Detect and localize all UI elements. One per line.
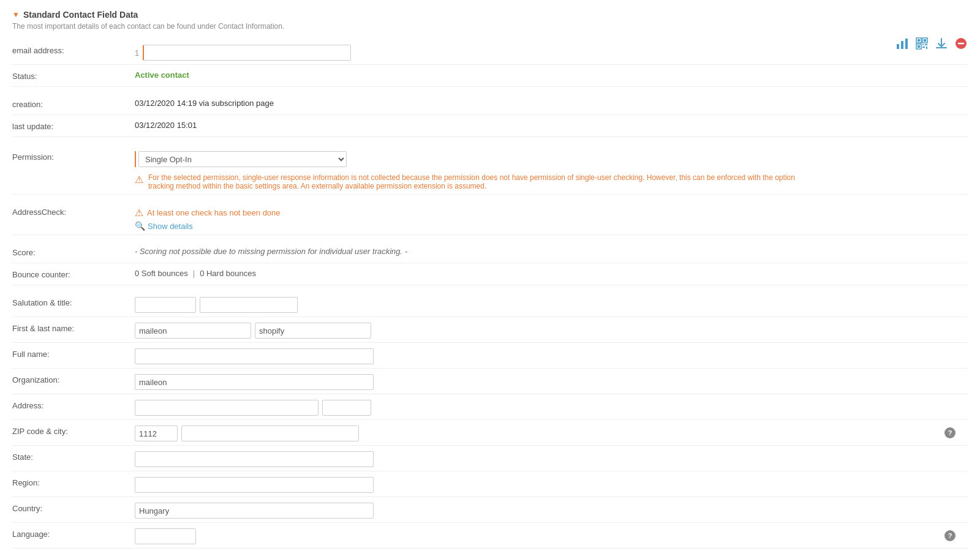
address-label: Address: (12, 398, 135, 410)
country-row: Country: (12, 497, 968, 523)
status-label: Status: (12, 69, 135, 81)
creation-value: 03/12/2020 14:19 via subscription page (135, 97, 968, 108)
search-icon: 🔍 (135, 221, 145, 231)
svg-rect-4 (918, 39, 920, 42)
full-name-label: Full name: (12, 347, 135, 359)
email-row: email address: 1 (12, 39, 968, 65)
status-text: Active contact (135, 70, 189, 80)
gender-row: Gender: unknown male female other ? (12, 549, 968, 551)
full-name-row: Full name: (12, 343, 968, 369)
svg-rect-1 (901, 41, 903, 49)
show-details-link[interactable]: 🔍 Show details (135, 221, 968, 231)
svg-rect-10 (925, 44, 927, 45)
email-label: email address: (12, 43, 135, 55)
address-check-label: AddressCheck: (12, 204, 135, 217)
svg-rect-6 (924, 39, 926, 42)
full-name-value (135, 347, 968, 364)
bounce-separator: | (193, 269, 195, 278)
score-row: Score: - Scoring not possible due to mis… (12, 241, 968, 263)
svg-rect-0 (897, 44, 899, 49)
bounce-hard: 0 Hard bounces (200, 269, 256, 278)
score-text: - Scoring not possible due to missing pe… (135, 247, 407, 256)
section-title: Standard Contact Field Data (23, 10, 138, 20)
full-name-input[interactable] (135, 348, 374, 364)
permission-warning: ⚠ For the selected permission, single-us… (135, 173, 809, 190)
salutation-row: Salutation & title: (12, 291, 968, 317)
download-icon[interactable] (935, 37, 948, 53)
salutation-value (135, 295, 968, 313)
first-last-name-row: First & last name: (12, 317, 968, 343)
organization-input[interactable] (135, 374, 374, 390)
salutation-input2[interactable] (200, 297, 298, 313)
country-label: Country: (12, 501, 135, 513)
delete-icon[interactable] (954, 37, 968, 53)
last-update-row: last update: 03/12/2020 15:01 (12, 115, 968, 137)
status-value: Active contact (135, 69, 968, 80)
bounce-label: Bounce counter: (12, 267, 135, 279)
address-check-row: AddressCheck: ⚠ At least one check has n… (12, 201, 968, 235)
zip-row: ZIP code & city: ? (12, 420, 968, 446)
score-label: Score: (12, 245, 135, 257)
bounce-soft: 0 Soft bounces (135, 269, 188, 278)
svg-rect-8 (918, 45, 920, 48)
permission-warning-text: For the selected permission, single-user… (148, 173, 809, 190)
address-warning-icon: ⚠ (135, 207, 143, 219)
last-update-value: 03/12/2020 15:01 (135, 119, 968, 130)
qr-icon[interactable] (915, 37, 929, 53)
score-value: - Scoring not possible due to missing pe… (135, 245, 968, 256)
first-last-label: First & last name: (12, 321, 135, 333)
email-input[interactable] (143, 45, 351, 61)
email-value: 1 (135, 43, 968, 61)
creation-row: creation: 03/12/2020 14:19 via subscript… (12, 93, 968, 115)
last-name-input[interactable] (255, 323, 371, 339)
status-row: Status: Active contact (12, 65, 968, 87)
address-input2[interactable] (322, 400, 371, 416)
svg-rect-2 (905, 39, 908, 49)
zip-help-icon[interactable]: ? (944, 427, 956, 438)
address-check-text: At least one check has not been done (147, 208, 281, 217)
permission-row: Permission: Single Opt-In Double Opt-In … (12, 143, 968, 195)
region-label: Region: (12, 475, 135, 487)
organization-label: Organization: (12, 372, 135, 384)
organization-row: Organization: (12, 369, 968, 394)
address-check-value: ⚠ At least one check has not been done 🔍… (135, 204, 968, 231)
region-input[interactable] (135, 477, 374, 493)
region-value (135, 475, 968, 493)
permission-label: Permission: (12, 149, 135, 162)
bounce-row: Bounce counter: 0 Soft bounces | 0 Hard … (12, 263, 968, 285)
creation-label: creation: (12, 97, 135, 109)
language-input[interactable] (135, 528, 196, 544)
address-row: Address: (12, 394, 968, 420)
state-value (135, 449, 968, 467)
bounce-value: 0 Soft bounces | 0 Hard bounces (135, 267, 968, 278)
language-value (135, 527, 968, 544)
svg-rect-11 (922, 47, 925, 48)
country-input[interactable] (135, 503, 374, 519)
zip-value (135, 424, 968, 441)
salutation-input1[interactable] (135, 297, 196, 313)
language-help-icon[interactable]: ? (944, 530, 956, 541)
city-input[interactable] (181, 425, 359, 441)
first-last-value (135, 321, 968, 339)
state-input[interactable] (135, 451, 374, 467)
show-details-text: Show details (148, 222, 193, 231)
permission-value: Single Opt-In Double Opt-In Single Opt-O… (135, 149, 347, 167)
address-value (135, 398, 968, 416)
email-number: 1 (135, 48, 139, 58)
last-update-label: last update: (12, 119, 135, 131)
svg-rect-9 (922, 44, 924, 45)
language-label: Language: (12, 527, 135, 539)
toolbar-icons (895, 37, 968, 53)
address-check-warning: ⚠ At least one check has not been done (135, 206, 968, 219)
zip-input[interactable] (135, 425, 178, 441)
chart-icon[interactable] (895, 37, 909, 53)
first-name-input[interactable] (135, 323, 251, 339)
organization-value (135, 372, 968, 390)
section-header: ▼ Standard Contact Field Data (12, 10, 968, 20)
state-label: State: (12, 449, 135, 462)
permission-select[interactable]: Single Opt-In Double Opt-In Single Opt-O… (138, 151, 347, 167)
warning-icon: ⚠ (135, 174, 143, 186)
language-row: Language: ? (12, 523, 968, 549)
address-input1[interactable] (135, 400, 318, 416)
svg-rect-12 (926, 47, 927, 49)
